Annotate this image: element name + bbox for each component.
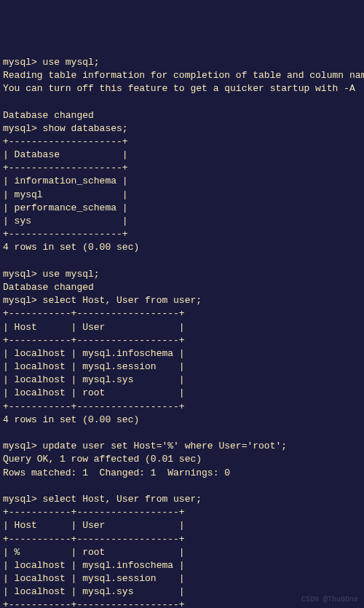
terminal-line (3, 95, 361, 108)
terminal-line: mysql> use mysql; (3, 268, 361, 281)
terminal-line: mysql> update user set Host='%' where Us… (3, 440, 361, 453)
terminal-line: | Host | User | (3, 321, 361, 334)
terminal-line: | mysql | (3, 189, 361, 202)
terminal-line: You can turn off this feature to get a q… (3, 82, 361, 95)
terminal-line: | performance_schema | (3, 202, 361, 215)
terminal-line: | sys | (3, 215, 361, 228)
terminal-line: | localhost | root | (3, 387, 361, 400)
terminal-line: | % | root | (3, 546, 361, 559)
terminal-line: Reading table information for completion… (3, 69, 361, 82)
terminal-line: 4 rows in set (0.00 sec) (3, 241, 361, 254)
terminal-line: | localhost | mysql.session | (3, 360, 361, 374)
terminal-line: +-----------+------------------+ (3, 533, 361, 546)
terminal-line: +-----------+------------------+ (3, 506, 361, 519)
terminal-line: +--------------------+ (3, 135, 361, 149)
terminal-line: mysql> use mysql; (3, 56, 361, 69)
terminal-line: Query OK, 1 row affected (0.01 sec) (3, 453, 361, 466)
terminal-line: mysql> select Host, User from user; (3, 493, 361, 506)
terminal-line (3, 427, 361, 440)
terminal-output: mysql> use mysql;Reading table informati… (3, 56, 361, 608)
terminal-line: | Database | (3, 149, 361, 162)
terminal-line: +-----------+------------------+ (3, 334, 361, 347)
terminal-line: +--------------------+ (3, 162, 361, 175)
terminal-line: +-----------+------------------+ (3, 307, 361, 320)
watermark-text: CSDN @ThuGOne (301, 595, 358, 605)
terminal-line: | Host | User | (3, 519, 361, 532)
terminal-line: | localhost | mysql.infoschema | (3, 559, 361, 572)
terminal-line: mysql> show databases; (3, 122, 361, 135)
terminal-line: 4 rows in set (0.00 sec) (3, 414, 361, 427)
terminal-line: Database changed (3, 109, 361, 122)
terminal-line (3, 480, 361, 493)
terminal-line: mysql> select Host, User from user; (3, 294, 361, 307)
terminal-line: Rows matched: 1 Changed: 1 Warnings: 0 (3, 467, 361, 480)
terminal-line: | localhost | mysql.session | (3, 572, 361, 585)
terminal-line: | localhost | mysql.infoschema | (3, 347, 361, 360)
terminal-line: | information_schema | (3, 175, 361, 188)
terminal-line: Database changed (3, 281, 361, 294)
terminal-line: +-----------+------------------+ (3, 400, 361, 414)
terminal-line (3, 255, 361, 268)
terminal-line: +--------------------+ (3, 228, 361, 241)
terminal-line: | localhost | mysql.sys | (3, 374, 361, 387)
